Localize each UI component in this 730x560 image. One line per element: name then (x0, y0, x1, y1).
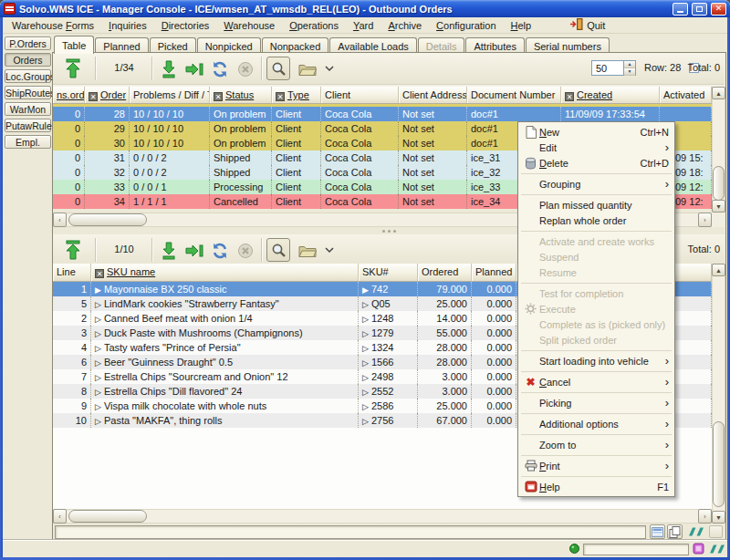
search-button[interactable] (266, 57, 290, 80)
refresh-button[interactable] (208, 239, 232, 263)
filter-clear-icon[interactable]: ✕ (214, 92, 223, 101)
go-top-button[interactable] (57, 237, 89, 263)
quick-filter-field[interactable] (55, 525, 646, 539)
scroll-right-icon[interactable]: › (698, 213, 712, 227)
context-menu-item-print[interactable]: Print› (518, 458, 674, 473)
menu-item-help[interactable]: Help (504, 18, 539, 33)
menu-item-quit[interactable]: Quit (562, 16, 612, 34)
sidebar-item-shiproutes[interactable]: ShipRoutes (5, 86, 51, 99)
column-header-created[interactable]: ✕Created (561, 87, 660, 103)
context-menu-item-plan-missed-quantity[interactable]: Plan missed quantity (518, 197, 674, 213)
sidebar-item-putawrules[interactable]: PutawRules (5, 119, 51, 132)
expander-icon[interactable]: ▷ (362, 402, 369, 411)
context-menu-item-grouping[interactable]: Grouping› (518, 176, 674, 192)
sidebar-item-locgroups[interactable]: Loc.Groups (5, 69, 51, 83)
sidebar-item-porders[interactable]: P.Orders (5, 36, 51, 50)
column-header-ordered[interactable]: Ordered (418, 264, 472, 281)
sidebar-item-empl[interactable]: Empl. (5, 135, 51, 149)
column-header-sku-name[interactable]: ✕SKU name (91, 264, 359, 281)
context-menu-item-start-loading-into-vehicle[interactable]: Start loading into vehicle› (518, 353, 674, 368)
go-last-button[interactable] (182, 239, 206, 263)
maximize-button[interactable] (692, 3, 707, 16)
column-header-activated[interactable]: Activated (660, 87, 712, 103)
lines-vscroll-thumb[interactable] (713, 421, 725, 507)
menu-item-configuration[interactable]: Configuration (429, 18, 503, 33)
filter-clear-icon[interactable]: ✕ (89, 92, 98, 101)
fast-forward-icon[interactable] (685, 527, 705, 538)
context-menu-item-replan-whole-order[interactable]: Replan whole order (518, 213, 674, 228)
context-menu-item-edit[interactable]: Edit› (518, 140, 674, 155)
sidebar-item-warmon[interactable]: WarMon (5, 102, 51, 116)
scroll-up-icon[interactable]: ▲ (712, 264, 725, 276)
filter-clear-icon[interactable]: ✕ (95, 269, 104, 278)
expander-icon[interactable]: ▷ (95, 388, 101, 397)
scroll-left-icon[interactable]: ‹ (53, 509, 67, 524)
expander-icon[interactable]: ▷ (95, 402, 101, 411)
scroll-left-icon[interactable]: ‹ (53, 213, 67, 227)
expander-icon[interactable]: ▷ (362, 344, 369, 353)
context-menu-item-zoom-to[interactable]: Zoom to› (518, 437, 674, 452)
expander-icon[interactable]: ▷ (362, 388, 369, 397)
filter-clear-icon[interactable]: ✕ (276, 92, 285, 101)
column-header-order[interactable]: ✕Order (85, 87, 130, 103)
order-row[interactable]: 02810 / 10 / 10On problemClientCoca Cola… (53, 107, 712, 121)
menu-item-warehouse-forms[interactable]: Warehouse Forms (5, 18, 101, 33)
orders-hscroll-thumb[interactable] (68, 213, 147, 226)
expander-icon[interactable]: ▷ (362, 329, 369, 338)
expander-icon[interactable]: ▷ (362, 300, 369, 309)
copy-button[interactable] (667, 524, 683, 539)
expander-icon[interactable]: ▷ (362, 417, 369, 426)
view-rows-button[interactable] (650, 524, 665, 539)
more-options-chevron[interactable] (323, 243, 336, 257)
tab-table[interactable]: Table (54, 36, 94, 54)
scroll-right-icon[interactable]: › (698, 509, 712, 524)
go-next-button[interactable] (157, 239, 181, 263)
orders-vscroll-thumb[interactable] (713, 166, 725, 201)
menu-item-warehouse[interactable]: Warehouse (216, 18, 282, 33)
expander-icon[interactable]: ▷ (95, 344, 101, 353)
column-header-sku#[interactable]: SKU# (359, 264, 418, 281)
column-header-client[interactable]: Client (321, 87, 399, 103)
menu-item-directories[interactable]: Directories (154, 18, 217, 33)
expander-icon[interactable]: ▷ (95, 300, 101, 309)
expander-icon[interactable]: ▷ (362, 358, 369, 368)
lines-hscroll-thumb[interactable] (68, 510, 147, 523)
open-button[interactable] (296, 57, 319, 81)
context-menu-item-delete[interactable]: DeleteCtrl+D (518, 155, 674, 171)
menu-item-operations[interactable]: Operations (282, 18, 346, 33)
spin-up-icon[interactable]: ▲ (624, 61, 635, 68)
context-menu-item-help[interactable]: HelpF1 (518, 479, 674, 494)
spinner-arrows[interactable]: ▲▼ (623, 61, 635, 75)
sidebar-item-orders[interactable]: Orders (5, 53, 51, 67)
expander-icon[interactable]: ▷ (95, 358, 101, 368)
expander-icon[interactable]: ▷ (95, 373, 101, 382)
context-menu-item-picking[interactable]: Picking› (518, 395, 674, 410)
expander-icon[interactable]: ▷ (95, 315, 101, 324)
menu-item-archive[interactable]: Archive (381, 18, 429, 33)
close-button[interactable]: ✕ (711, 3, 726, 16)
more-options-chevron[interactable] (323, 61, 336, 76)
context-menu-item-new[interactable]: NewCtrl+N (518, 124, 674, 140)
expander-icon[interactable]: ▷ (362, 373, 369, 382)
scroll-down-icon[interactable]: ▼ (712, 200, 725, 213)
column-header-client-address[interactable]: Client Address (399, 87, 467, 103)
column-header-ns-order[interactable]: ns.order (53, 87, 85, 103)
column-header-type[interactable]: ✕Type (272, 87, 321, 103)
expander-icon[interactable]: ▷ (95, 329, 101, 338)
expander-icon[interactable]: ▶ (95, 285, 101, 295)
open-button[interactable] (296, 239, 319, 263)
expander-icon[interactable]: ▶ (362, 285, 369, 295)
refresh-button[interactable] (208, 57, 232, 81)
go-top-button[interactable] (57, 56, 89, 81)
go-last-button[interactable] (182, 57, 206, 81)
column-header-planned[interactable]: Planned (472, 264, 516, 281)
column-header-status[interactable]: ✕Status (210, 87, 272, 103)
column-header-line[interactable]: Line (53, 264, 91, 281)
filter-clear-icon[interactable]: ✕ (565, 92, 574, 101)
expander-icon[interactable]: ▷ (95, 417, 101, 426)
menu-item-yard[interactable]: Yard (346, 18, 381, 33)
menu-item-inquiries[interactable]: Inquiries (101, 18, 154, 33)
column-header-problems-diff-total[interactable]: Problems / Diff / Total (130, 87, 210, 103)
lines-hscrollbar[interactable] (53, 509, 712, 524)
scroll-down-icon[interactable]: ▼ (712, 511, 725, 524)
